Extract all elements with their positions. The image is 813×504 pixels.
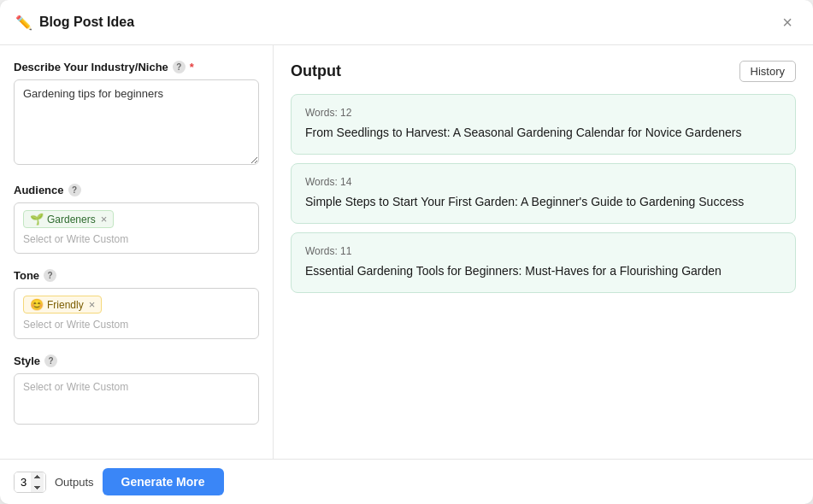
outputs-stepper[interactable] xyxy=(14,472,46,493)
result-text-2: Simple Steps to Start Your First Garden:… xyxy=(305,193,781,211)
style-placeholder: Select or Write Custom xyxy=(23,381,250,393)
result-card-3: Words: 11 Essential Gardening Tools for … xyxy=(291,232,796,293)
results-list: Words: 12 From Seedlings to Harvest: A S… xyxy=(291,94,796,293)
friendly-tag-text: Friendly xyxy=(47,299,84,311)
industry-field-group: Describe Your Industry/Niche ? * Gardeni… xyxy=(14,61,259,168)
result-text-3: Essential Gardening Tools for Beginners:… xyxy=(305,262,781,280)
audience-help-icon[interactable]: ? xyxy=(68,184,81,196)
gardeners-tag-text: Gardeners xyxy=(47,214,96,226)
result-card-1: Words: 12 From Seedlings to Harvest: A S… xyxy=(291,94,796,155)
generate-more-button[interactable]: Generate More xyxy=(103,468,224,495)
modal-body: Describe Your Industry/Niche ? * Gardeni… xyxy=(0,45,813,459)
output-header: Output History xyxy=(291,61,796,82)
right-panel: Output History Words: 12 From Seedlings … xyxy=(274,45,813,459)
history-button[interactable]: History xyxy=(739,61,796,82)
outputs-label: Outputs xyxy=(55,476,94,489)
industry-label: Describe Your Industry/Niche ? * xyxy=(14,61,259,73)
friendly-tag-remove[interactable]: × xyxy=(89,299,96,310)
modal-title: Blog Post Idea xyxy=(39,15,770,30)
result-text-1: From Seedlings to Harvest: A Seasonal Ga… xyxy=(305,124,781,142)
edit-icon: ✏️ xyxy=(15,15,32,31)
audience-tags-row: 🌱 Gardeners × xyxy=(23,210,250,228)
result-words-1: Words: 12 xyxy=(305,107,781,119)
gardeners-tag: 🌱 Gardeners × xyxy=(23,210,114,228)
tone-placeholder: Select or Write Custom xyxy=(23,319,250,331)
gardeners-tag-remove[interactable]: × xyxy=(101,214,108,225)
audience-label: Audience ? xyxy=(14,184,259,196)
audience-placeholder: Select or Write Custom xyxy=(23,233,250,245)
audience-field-group: Audience ? 🌱 Gardeners × Select or Write… xyxy=(14,184,259,254)
modal-footer: Outputs Generate More xyxy=(0,459,813,504)
tone-field-group: Tone ? 😊 Friendly × Select or Write Cust… xyxy=(14,269,259,339)
industry-textarea[interactable]: Gardening tips for beginners xyxy=(14,79,259,165)
result-words-2: Words: 14 xyxy=(305,176,781,188)
friendly-tag-emoji: 😊 xyxy=(30,298,44,311)
friendly-tag: 😊 Friendly × xyxy=(23,296,102,314)
blog-post-idea-modal: ✏️ Blog Post Idea × Describe Your Indust… xyxy=(0,0,813,504)
result-words-3: Words: 11 xyxy=(305,245,781,257)
result-card-2: Words: 14 Simple Steps to Start Your Fir… xyxy=(291,163,796,224)
modal-header: ✏️ Blog Post Idea × xyxy=(0,0,813,45)
required-indicator: * xyxy=(190,61,194,73)
gardeners-tag-emoji: 🌱 xyxy=(30,213,44,226)
industry-help-icon[interactable]: ? xyxy=(173,61,186,73)
tone-label: Tone ? xyxy=(14,269,259,282)
style-field-group: Style ? Select or Write Custom xyxy=(14,355,259,425)
close-button[interactable]: × xyxy=(777,12,798,32)
tone-help-icon[interactable]: ? xyxy=(44,269,56,282)
audience-tag-input[interactable]: 🌱 Gardeners × Select or Write Custom xyxy=(14,202,259,254)
output-title: Output xyxy=(291,62,341,80)
style-tag-input[interactable]: Select or Write Custom xyxy=(14,373,259,425)
left-panel: Describe Your Industry/Niche ? * Gardeni… xyxy=(0,45,274,459)
style-help-icon[interactable]: ? xyxy=(44,355,57,367)
tone-tags-row: 😊 Friendly × xyxy=(23,296,250,314)
style-label: Style ? xyxy=(14,355,259,367)
outputs-number-input[interactable] xyxy=(15,472,45,492)
tone-tag-input[interactable]: 😊 Friendly × Select or Write Custom xyxy=(14,288,259,339)
